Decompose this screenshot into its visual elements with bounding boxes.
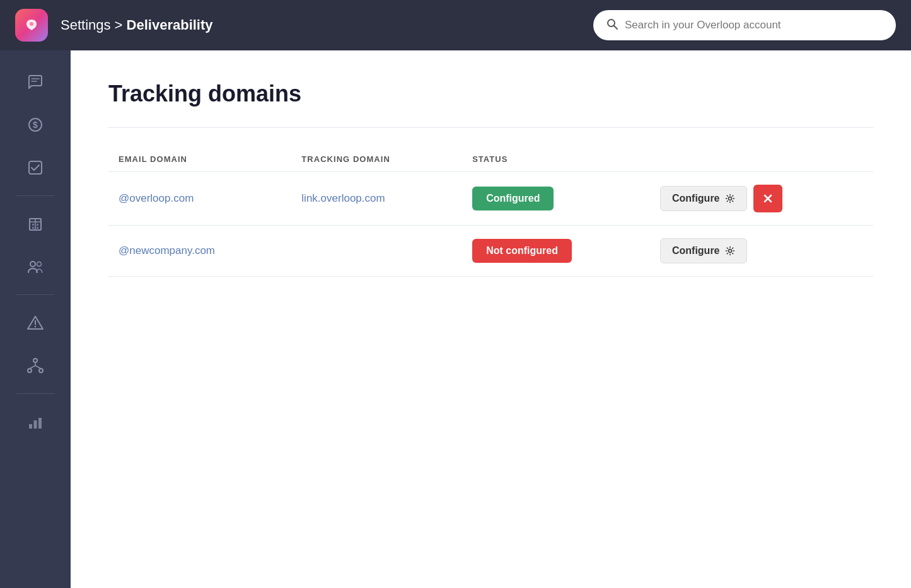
svg-point-15 xyxy=(30,262,35,267)
svg-point-21 xyxy=(28,369,32,372)
svg-line-24 xyxy=(30,366,35,369)
sidebar-item-campaigns[interactable] xyxy=(13,304,57,342)
svg-line-2 xyxy=(614,25,618,29)
sidebar-divider-1 xyxy=(16,195,54,196)
svg-rect-14 xyxy=(37,227,38,229)
actions-cell: Configure xyxy=(650,226,873,277)
configure-button[interactable]: Configure xyxy=(660,186,747,211)
sidebar: $ xyxy=(0,50,71,588)
svg-point-22 xyxy=(39,369,43,372)
search-input[interactable] xyxy=(625,19,883,32)
table-row: @overloop.com link.overloop.com Configur… xyxy=(108,172,873,226)
email-domain-cell: @newcompany.com xyxy=(108,226,291,277)
sidebar-item-revenue[interactable]: $ xyxy=(13,106,57,144)
svg-rect-13 xyxy=(32,227,34,229)
status-badge: Not configured xyxy=(472,239,572,263)
svg-text:$: $ xyxy=(33,120,38,130)
sidebar-divider-3 xyxy=(16,393,54,394)
table-header: EMAIL DOMAIN TRACKING DOMAIN STATUS xyxy=(108,147,873,172)
svg-rect-28 xyxy=(38,418,42,429)
col-actions xyxy=(650,147,873,172)
table-row: @newcompany.com Not configured Configure xyxy=(108,226,873,277)
delete-button[interactable] xyxy=(753,185,782,212)
close-icon xyxy=(762,193,774,204)
sidebar-item-tasks[interactable] xyxy=(13,149,57,187)
main-layout: $ xyxy=(0,50,911,588)
status-cell: Configured xyxy=(462,172,650,226)
page-title: Tracking domains xyxy=(108,81,873,107)
status-badge: Configured xyxy=(472,187,554,210)
sidebar-item-companies[interactable] xyxy=(13,205,57,243)
search-bar[interactable] xyxy=(593,10,896,40)
configure-button[interactable]: Configure xyxy=(660,238,747,263)
topnav: Settings > Deliverability xyxy=(0,0,911,50)
svg-point-20 xyxy=(33,359,37,362)
sidebar-divider-2 xyxy=(16,294,54,295)
gear-icon xyxy=(725,193,735,204)
svg-rect-26 xyxy=(29,424,32,429)
svg-rect-11 xyxy=(32,224,34,226)
actions-cell: Configure xyxy=(650,172,873,226)
sidebar-item-reports[interactable] xyxy=(13,403,57,441)
svg-line-25 xyxy=(35,366,41,369)
sidebar-item-people[interactable] xyxy=(13,248,57,285)
svg-point-32 xyxy=(728,250,731,253)
search-icon xyxy=(606,18,618,33)
email-domain-cell: @overloop.com xyxy=(108,172,291,226)
tracking-domain-cell xyxy=(291,226,462,277)
table-body: @overloop.com link.overloop.com Configur… xyxy=(108,172,873,277)
svg-point-29 xyxy=(728,197,731,200)
svg-rect-12 xyxy=(37,224,38,226)
divider xyxy=(108,127,873,128)
gear-icon xyxy=(725,246,735,256)
col-tracking-domain: TRACKING DOMAIN xyxy=(291,147,462,172)
svg-rect-27 xyxy=(34,420,37,429)
app-logo xyxy=(15,9,48,42)
col-status: STATUS xyxy=(462,147,650,172)
tracking-domain-cell: link.overloop.com xyxy=(291,172,462,226)
svg-point-19 xyxy=(35,326,36,327)
sidebar-item-chat[interactable] xyxy=(13,63,57,101)
status-cell: Not configured xyxy=(462,226,650,277)
breadcrumb: Settings > Deliverability xyxy=(61,17,213,33)
col-email-domain: EMAIL DOMAIN xyxy=(108,147,291,172)
svg-point-16 xyxy=(37,262,42,267)
svg-point-0 xyxy=(30,22,33,26)
domain-table: EMAIL DOMAIN TRACKING DOMAIN STATUS @ove… xyxy=(108,147,873,277)
main-content: Tracking domains EMAIL DOMAIN TRACKING D… xyxy=(71,50,911,588)
sidebar-item-network[interactable] xyxy=(13,347,57,384)
